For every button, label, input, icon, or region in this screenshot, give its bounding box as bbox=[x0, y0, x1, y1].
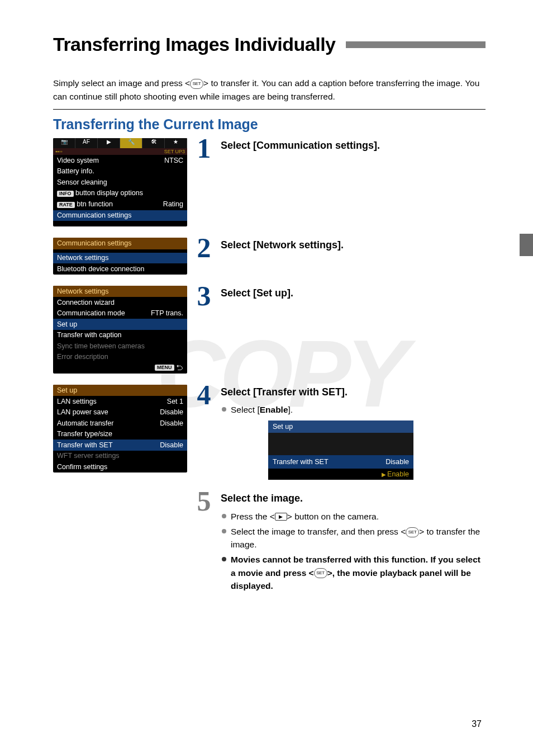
rate-badge: RATE bbox=[57, 202, 75, 208]
step-3-head: Select [Set up]. bbox=[221, 287, 486, 300]
info-badge: INFO bbox=[57, 191, 74, 197]
bluetooth-row: Bluetooth device connection bbox=[57, 266, 144, 273]
step-5-bullet-3: Movies cannot be transferred with this f… bbox=[221, 553, 486, 592]
divider bbox=[53, 109, 486, 110]
section-title: Transferring the Current Image bbox=[53, 116, 486, 133]
b4-strong: Enable bbox=[260, 405, 288, 414]
conn-wizard: Connection wizard bbox=[57, 299, 115, 306]
lan-settings: LAN settings bbox=[57, 398, 97, 405]
tab-play: ▶ bbox=[98, 138, 120, 148]
lan-power-val: Disable bbox=[160, 409, 183, 416]
screenshot-comm-settings: Communication settings Network settings … bbox=[53, 238, 187, 275]
b4-pre: Select [ bbox=[231, 405, 260, 414]
comm-settings-label: Communication settings bbox=[57, 212, 131, 219]
intro-part1: Simply select an image and press < bbox=[53, 78, 190, 88]
video-system-label: Video system bbox=[57, 157, 99, 164]
set-icon: SET bbox=[406, 527, 419, 537]
tab-custom-icon: 🛠 bbox=[142, 138, 165, 148]
tab-dots: ▪▪▫▫ bbox=[55, 149, 63, 154]
intro-text: Simply select an image and press <SET> t… bbox=[53, 77, 486, 103]
transfer-set-val: Disable bbox=[160, 442, 183, 449]
b5a-post: > button on the camera. bbox=[287, 512, 379, 521]
comm-mode: Communication mode bbox=[57, 310, 125, 317]
enable-arrow-icon: ▶ bbox=[382, 471, 386, 478]
lan-power: LAN power save bbox=[57, 409, 108, 416]
set-icon: SET bbox=[314, 568, 327, 578]
setup-title: Set up bbox=[53, 385, 187, 396]
step-1-head: Select [Communication settings]. bbox=[221, 139, 486, 152]
step-5-number: 5 bbox=[187, 489, 221, 514]
sensor-cleaning-label: Sensor cleaning bbox=[57, 179, 107, 186]
auto-transfer-val: Disable bbox=[160, 420, 183, 427]
step-4-head: Select [Transfer with SET]. bbox=[221, 386, 486, 399]
sub-row-label: Transfer with SET bbox=[273, 458, 329, 466]
step-5-bullet-2: Select the image to transfer, and then p… bbox=[221, 525, 486, 551]
step-1-number: 1 bbox=[187, 136, 221, 161]
net-title: Network settings bbox=[53, 286, 187, 297]
tab-star-icon: ★ bbox=[165, 138, 187, 148]
camera-icon bbox=[53, 138, 75, 148]
setup3-label: SET UP3 bbox=[164, 149, 185, 154]
auto-transfer: Automatic transfer bbox=[57, 420, 113, 427]
sub-title: Set up bbox=[268, 420, 413, 433]
screenshot-network-settings: Network settings Connection wizard Commu… bbox=[53, 286, 187, 374]
info-btn-label: button display options bbox=[74, 189, 143, 197]
step-3-number: 3 bbox=[187, 284, 221, 309]
step-5-head: Select the image. bbox=[221, 492, 486, 505]
transfer-type: Transfer type/size bbox=[57, 431, 112, 438]
confirm-settings: Confirm settings bbox=[57, 464, 107, 471]
back-icon: ⮌ bbox=[176, 365, 183, 372]
screenshot-setup: Set up LAN settingsSet 1 LAN power saveD… bbox=[53, 385, 187, 472]
title-bar-graphic bbox=[346, 41, 486, 48]
b5b-pre: Select the image to transfer, and then p… bbox=[231, 527, 406, 536]
step-4-bullet: Select [Enable]. bbox=[221, 403, 486, 416]
b4-post: ]. bbox=[288, 405, 293, 414]
step-5-bullet-1: Press the <▶> button on the camera. bbox=[221, 510, 486, 523]
setup-row: Set up bbox=[57, 321, 77, 328]
network-settings-row: Network settings bbox=[57, 254, 108, 262]
rate-value: Rating bbox=[163, 201, 183, 208]
rate-btn-label: btn function bbox=[75, 200, 113, 208]
comm-mode-val: FTP trans. bbox=[151, 310, 183, 317]
sub-row-val: Disable bbox=[386, 458, 409, 466]
video-system-value: NTSC bbox=[164, 157, 183, 164]
sync-time: Sync time between cameras bbox=[57, 343, 145, 350]
step-2-number: 2 bbox=[187, 235, 221, 261]
step-4-number: 4 bbox=[187, 382, 221, 480]
tab-wrench-icon: 🔧 bbox=[120, 138, 142, 148]
transfer-caption: Transfer with caption bbox=[57, 332, 122, 339]
lan-settings-val: Set 1 bbox=[167, 398, 183, 405]
wft-server: WFT server settings bbox=[57, 452, 120, 460]
tab-af: AF bbox=[75, 138, 98, 148]
b5a-pre: Press the < bbox=[231, 512, 275, 521]
error-desc: Error description bbox=[57, 353, 108, 361]
transfer-set: Transfer with SET bbox=[57, 442, 113, 449]
comm-title: Communication settings bbox=[53, 238, 187, 249]
screenshot-transfer-set: Set up Transfer with SETDisable ▶Enable bbox=[268, 420, 413, 480]
menu-badge: MENU bbox=[155, 365, 174, 371]
screenshot-setup3: AF ▶ 🔧 🛠 ★ ▪▪▫▫SET UP3 Video systemNTSC … bbox=[53, 138, 187, 226]
page-number: 37 bbox=[472, 719, 482, 729]
enable-label: Enable bbox=[387, 470, 409, 478]
battery-info-label: Battery info. bbox=[57, 168, 94, 175]
page-title: Transferring Images Individually bbox=[53, 34, 336, 55]
playback-icon: ▶ bbox=[275, 513, 287, 521]
set-icon: SET bbox=[190, 79, 203, 89]
step-2-head: Select [Network settings]. bbox=[221, 239, 486, 252]
